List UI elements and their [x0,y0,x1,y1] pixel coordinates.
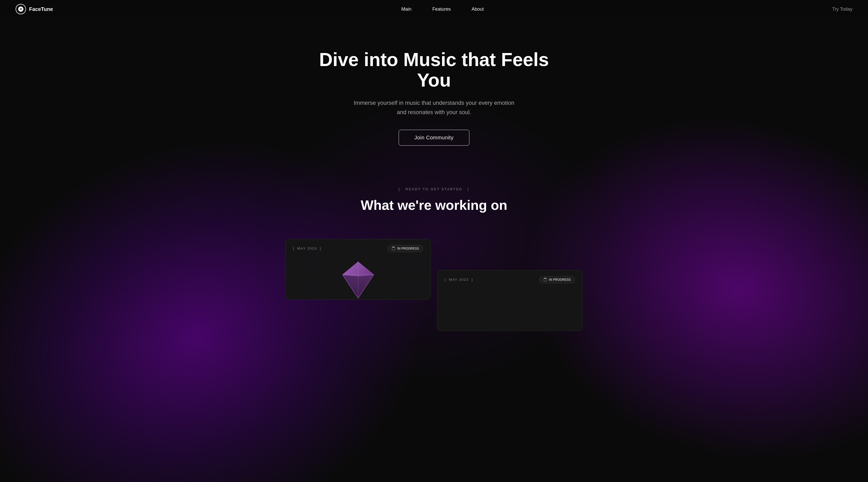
card-2-header: [ MAY 2023 ] IN PROGRESS [437,270,582,289]
label-text: READY TO GET STARTED [406,187,463,191]
badge-spinner-icon [392,247,395,250]
card-2-bracket-open: [ [445,278,446,281]
card-1-bracket-open: [ [293,246,294,250]
nav-cta[interactable]: Try Today [832,6,852,12]
hero-title: Dive into Music that Feels You [317,50,551,90]
logo-svg [18,6,24,12]
card-2-bracket-close: ] [472,278,473,281]
card-2-date: [ MAY 2023 ] [445,278,473,281]
card-1-date: [ MAY 2023 ] [293,246,321,250]
hero-subtitle: Immerse yourself in music that understan… [353,98,515,117]
logo-icon [16,4,26,14]
join-community-button[interactable]: Join Community [399,130,469,146]
card-1-date-text: MAY 2023 [297,246,317,250]
navbar: FaceTune Main Features About Try Today [0,0,868,18]
working-section: [ READY TO GET STARTED ] What we're work… [0,167,868,239]
card-1-header: [ MAY 2023 ] IN PROGRESS [286,239,431,258]
nav-link-features[interactable]: Features [432,6,451,12]
card-1-bracket-close: ] [320,246,321,250]
label-bracket-close: ] [467,187,469,191]
brand-name: FaceTune [29,6,53,12]
nav-links: Main Features About [401,6,484,12]
card-1-badge-label: IN PROGRESS [397,247,419,250]
cards-row: [ MAY 2023 ] IN PROGRESS [0,239,868,331]
logo[interactable]: FaceTune [16,4,53,14]
label-bracket-open: [ [399,187,401,191]
card-2-body [437,289,582,331]
card-2-date-text: MAY 2023 [449,278,469,281]
section-title: What we're working on [5,197,863,213]
card-1-body [286,258,431,300]
card-2-badge-label: IN PROGRESS [549,278,571,281]
section-label: [ READY TO GET STARTED ] [5,187,863,191]
card-2: [ MAY 2023 ] IN PROGRESS [437,270,583,331]
badge-2-spinner-icon [544,278,547,281]
nav-link-main[interactable]: Main [401,6,411,12]
card-2-badge: IN PROGRESS [539,276,575,283]
gem-illustration [337,261,379,300]
nav-link-about[interactable]: About [471,6,484,12]
card-1-badge: IN PROGRESS [387,245,423,252]
hero-section: Dive into Music that Feels You Immerse y… [0,18,868,167]
card-1: [ MAY 2023 ] IN PROGRESS [285,239,431,300]
